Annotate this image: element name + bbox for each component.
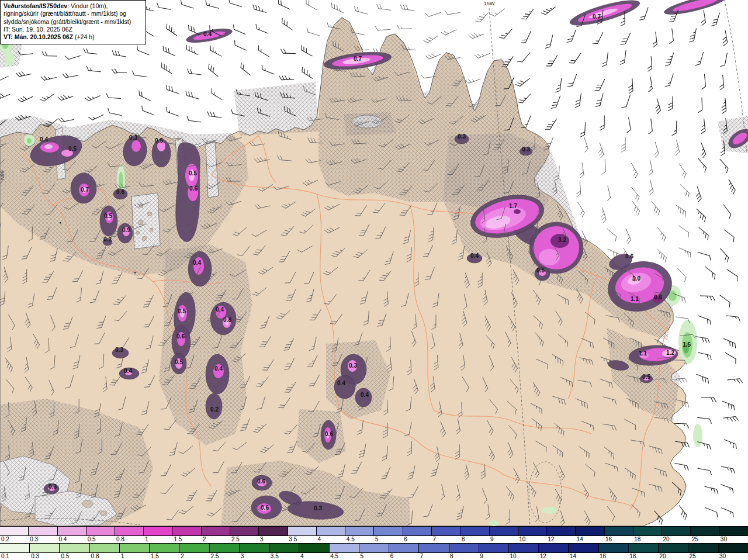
precip-value-label: 1.2 <box>666 350 674 356</box>
colorbar-tick-label: 1.5 <box>172 536 201 543</box>
colorbar-tick-label: 16 <box>604 536 633 543</box>
colorbar-segment <box>259 527 288 535</box>
info-line-4: IT: Sun. 19. 10. 2025 06Z <box>4 26 143 33</box>
precip-value-label: 0.6 <box>257 478 265 485</box>
colorbar-segment <box>389 544 419 552</box>
colorbar-segment <box>210 544 240 552</box>
colorbar-tick-label: 8 <box>449 553 479 560</box>
info-line-1: Veðurstofan/IS750dev: Vindur (10m), <box>4 2 143 10</box>
colorbar-segment <box>90 544 120 552</box>
info-line-3: slydda/snjókoma (grátt/bleikt/grænt - mm… <box>4 18 143 26</box>
colorbar-segment <box>599 544 629 552</box>
colorbar-tick-label: 0.8 <box>90 553 120 560</box>
rain-colorbar <box>0 543 748 553</box>
colorbar-tick-label: 12 <box>539 553 569 560</box>
precip-value-label: 0.5 <box>175 359 183 365</box>
colorbar-tick-label: 3 <box>259 536 288 543</box>
colorbar-tick-label: 4.5 <box>329 553 359 560</box>
precip-value-label: 0.3 <box>349 362 357 369</box>
precip-value-label: 0.4 <box>361 392 369 398</box>
precip-value-label: 0.5 <box>68 146 77 152</box>
colorbar-tick-label: 30 <box>719 536 748 543</box>
precip-value-label: 0.4 <box>216 306 224 313</box>
colorbar-tick-label: 25 <box>688 553 718 560</box>
colorbar-segment <box>518 527 547 535</box>
colorbar-tick-label: 3 <box>240 553 269 560</box>
left-edge-label: N99 <box>0 170 5 180</box>
colorbar-tick-label: 0.5 <box>60 553 89 560</box>
colorbar-segment <box>662 527 691 535</box>
colorbar-segment <box>0 544 30 552</box>
precip-value-label: 0.2 <box>103 236 112 243</box>
colorbar-tick-label: 1 <box>120 553 150 560</box>
colorbar-segment <box>179 544 209 552</box>
precip-value-label: 0.6 <box>325 431 333 437</box>
colorbar-segment <box>659 544 688 552</box>
colorbar-segment <box>432 527 460 535</box>
colorbar-segment <box>419 544 449 552</box>
colorbar-tick-label: 0.1 <box>0 553 30 560</box>
precip-value-label: 1.5 <box>683 341 691 348</box>
precip-value-label: 0.4 <box>214 365 223 372</box>
colorbar-tick-label: 4.5 <box>345 536 374 543</box>
colorbar-segment <box>509 544 539 552</box>
info-line-2: rigning/skúrir (grænt/blátt/rautt - mm/1… <box>4 10 143 18</box>
weather-map: 0.40.70.70.40.50.30.50.50.60.70.60.50.90… <box>0 0 748 526</box>
precip-value-label: 0.7 <box>81 186 89 193</box>
colorbar-segment <box>374 527 403 535</box>
colorbar-segment <box>60 544 89 552</box>
colorbar-tick-label: 0.8 <box>115 536 144 543</box>
colorbar-segment <box>144 527 172 535</box>
precip-value-label: 0.2 <box>210 406 219 413</box>
meridian-label: 15W <box>484 1 495 6</box>
precip-value-label: 0.5 <box>155 137 163 144</box>
colorbar-tick-label: 8 <box>460 536 489 543</box>
colorbar-segment <box>86 527 115 535</box>
precip-value-label: 0.3 <box>314 505 322 511</box>
colorbar-tick-label: 7 <box>432 536 460 543</box>
colorbar-tick-label: 0.4 <box>57 536 86 543</box>
colorbar-tick-label: 6 <box>389 553 419 560</box>
colorbar-segment <box>688 544 718 552</box>
colorbar-segment <box>460 527 489 535</box>
precip-value-label: 0.5 <box>642 374 650 380</box>
colorbar-segment <box>633 527 662 535</box>
colorbar-segment <box>173 527 202 535</box>
colorbar-segment <box>547 527 576 535</box>
precip-value-label: 0.6 <box>189 185 198 192</box>
precip-value-label: 0.7 <box>354 56 362 62</box>
colorbar-segment <box>29 527 57 535</box>
colorbar-tick-label: 18 <box>633 536 662 543</box>
colorbar-tick-label: 3.5 <box>288 536 316 543</box>
colorbar-tick-label: 9 <box>489 536 518 543</box>
precip-value-label: 0.6 <box>654 294 662 300</box>
precip-value-label: 0.6 <box>625 253 633 260</box>
colorbar-segment <box>720 527 748 535</box>
colorbar-tick-label: 1 <box>144 536 172 543</box>
colorbar-segment <box>403 527 432 535</box>
colorbar-segment <box>490 527 518 535</box>
precip-value-label: 1.7 <box>509 203 517 209</box>
colorbar-segment <box>230 527 259 535</box>
colorbar-segment <box>719 544 748 552</box>
colorbar-segment <box>629 544 659 552</box>
precip-value-label: 3.2 <box>558 237 566 243</box>
precip-value-label: 0.5 <box>189 170 197 177</box>
map-canvas: 0.40.70.70.40.50.30.50.50.60.70.60.50.90… <box>0 0 748 526</box>
forecast-info-box: Veðurstofan/IS750dev: Vindur (10m), rign… <box>0 0 146 44</box>
colorbar-segment <box>576 527 604 535</box>
colorbar-tick-label: 20 <box>658 553 688 560</box>
colorbar-segment <box>150 544 179 552</box>
colorbar-segment <box>288 527 317 535</box>
rain-colorbar-labels: 0.10.30.50.811.522.533.544.5567891012141… <box>0 553 748 560</box>
precip-value-label: 0.7 <box>593 13 601 20</box>
colorbar-tick-label: 2.5 <box>230 536 259 543</box>
colorbar-tick-label: 10 <box>508 553 538 560</box>
colorbar-segment <box>569 544 598 552</box>
precip-value-label: 1.1 <box>639 350 647 357</box>
precip-value-label: 0.8 <box>223 317 231 323</box>
colorbar-tick-label: 16 <box>598 553 628 560</box>
colorbar-tick-label: 2.5 <box>209 553 239 560</box>
colorbar-segment <box>120 544 150 552</box>
colorbar-segment <box>58 527 86 535</box>
